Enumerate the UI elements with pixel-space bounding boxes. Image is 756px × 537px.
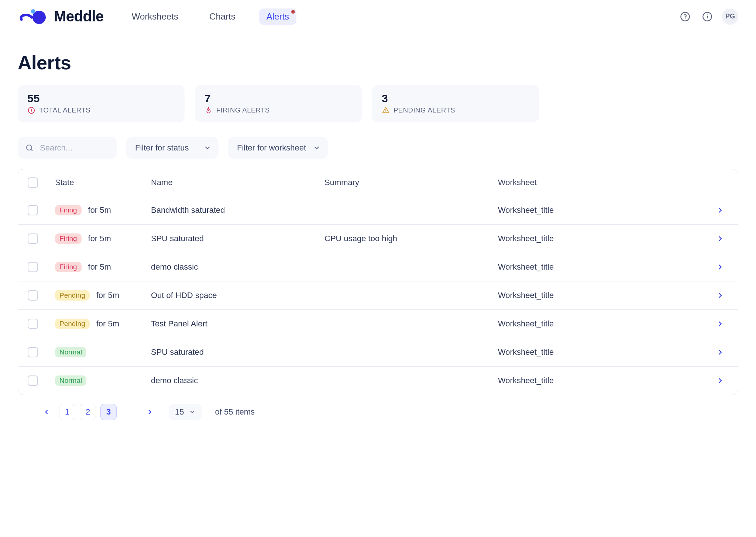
filter-worksheet-label: Filter for worksheet [237,143,306,153]
alert-circle-icon [27,106,35,114]
row-open-button[interactable] [708,291,738,299]
row-checkbox[interactable] [28,290,38,301]
cell-worksheet: Worksheet_title [494,234,708,243]
cell-name: SPU saturated [147,347,320,357]
cell-name: Test Panel Alert [147,319,320,329]
topbar-actions: PG [678,8,738,25]
cell-worksheet: Worksheet_title [494,205,708,215]
row-checkbox[interactable] [28,319,38,329]
brand-logo-icon [18,8,47,25]
page-button[interactable]: 3 [100,404,117,420]
warning-triangle-icon [382,106,390,114]
row-open-button[interactable] [708,320,738,328]
nav-charts[interactable]: Charts [202,8,243,25]
fire-icon [205,106,213,114]
nav-worksheets[interactable]: Worksheets [124,8,186,25]
stat-pending-value: 3 [382,92,529,105]
filter-status-label: Filter for status [135,143,189,153]
table-row: Firing for 5m SPU saturated CPU usage to… [18,224,738,253]
chevron-down-icon [189,409,196,415]
help-button[interactable] [678,9,693,24]
row-open-button[interactable] [708,263,738,271]
controls: Filter for status Filter for worksheet [18,137,738,159]
state-badge: Firing [55,205,82,215]
nav-alerts[interactable]: Alerts [259,8,296,25]
brand: Meddle [18,8,104,25]
table-row: Pending for 5m Test Panel Alert Workshee… [18,309,738,338]
nav-alerts-label: Alerts [267,11,289,21]
stat-firing-label: FIRING ALERTS [216,106,270,114]
state-badge: Firing [55,233,82,244]
select-all-checkbox[interactable] [28,177,38,188]
table-row: Firing for 5m demo classic Worksheet_tit… [18,253,738,281]
search-box[interactable] [18,137,117,159]
info-button[interactable] [700,9,715,24]
th-worksheet: Worksheet [494,178,708,187]
chevron-down-icon [204,144,211,152]
table-row: Normal SPU saturated Worksheet_title [18,338,738,366]
svg-point-9 [31,111,32,112]
page-prev-button[interactable] [38,404,55,420]
notification-dot-icon [291,10,295,14]
page-next-button[interactable] [142,404,158,420]
th-summary: Summary [320,178,494,187]
stat-pending: 3 PENDING ALERTS [372,85,539,122]
row-checkbox[interactable] [28,205,38,215]
stat-total: 55 TOTAL ALERTS [18,85,185,122]
cell-name: Bandwidth saturated [147,205,320,215]
row-checkbox[interactable] [28,347,38,357]
row-open-button[interactable] [708,377,738,385]
search-input[interactable] [39,143,109,153]
page-info: of 55 items [215,407,255,417]
table-header: State Name Summary Worksheet [18,169,738,196]
avatar[interactable]: PG [722,8,738,25]
main-nav: Worksheets Charts Alerts [124,8,296,25]
svg-line-13 [31,149,32,151]
state-duration: for 5m [88,262,111,272]
page-size-select[interactable]: 15 [169,404,202,420]
row-open-button[interactable] [708,348,738,356]
page: Alerts 55 TOTAL ALERTS 7 [0,33,756,442]
cell-name: Out of HDD space [147,291,320,300]
row-checkbox[interactable] [28,233,38,244]
cell-worksheet: Worksheet_title [494,347,708,357]
chevron-down-icon [313,144,320,152]
state-badge: Pending [55,319,90,329]
page-size-value: 15 [175,407,184,417]
stat-firing: 7 FIRING ALERTS [195,85,362,122]
state-badge: Normal [55,375,86,386]
page-button[interactable]: 1 [59,404,75,420]
alerts-table: State Name Summary Worksheet Firing for … [18,169,738,395]
pagination: 123 15 of 55 items [18,404,738,420]
filter-worksheet-select[interactable]: Filter for worksheet [228,137,328,159]
cell-name: demo classic [147,376,320,385]
cell-worksheet: Worksheet_title [494,376,708,385]
stat-total-label: TOTAL ALERTS [39,106,90,114]
row-checkbox[interactable] [28,375,38,386]
state-badge: Pending [55,290,90,301]
table-body: Firing for 5m Bandwidth saturated Worksh… [18,196,738,395]
state-duration: for 5m [88,205,111,215]
cell-name: SPU saturated [147,234,320,243]
table-row: Pending for 5m Out of HDD space Workshee… [18,281,738,309]
state-badge: Normal [55,347,86,357]
page-button[interactable]: 2 [80,404,96,420]
row-open-button[interactable] [708,235,738,243]
filter-status-select[interactable]: Filter for status [126,137,219,159]
cell-name: demo classic [147,262,320,272]
th-name: Name [147,178,320,187]
info-icon [702,11,712,22]
state-duration: for 5m [96,319,119,329]
state-duration: for 5m [96,291,119,300]
search-icon [25,143,34,152]
page-buttons: 123 [59,404,117,420]
stat-cards: 55 TOTAL ALERTS 7 FIRING ALERTS [18,85,738,122]
topbar: Meddle Worksheets Charts Alerts [0,0,756,33]
svg-point-3 [685,18,685,19]
row-checkbox[interactable] [28,262,38,272]
help-icon [680,11,690,22]
row-open-button[interactable] [708,206,738,214]
stat-total-value: 55 [27,92,175,105]
svg-point-12 [27,145,32,150]
page-title: Alerts [18,52,738,74]
